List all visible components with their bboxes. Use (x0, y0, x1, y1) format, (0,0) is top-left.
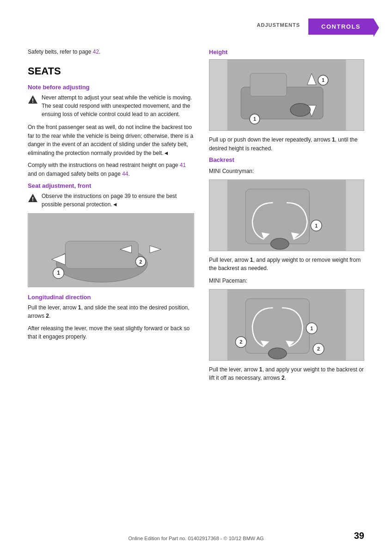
longitudinal-heading: Longitudinal direction (28, 294, 194, 301)
backrest-countryman-image: 1 (209, 179, 364, 251)
left-column: Safety belts, refer to page 42. SEATS No… (28, 49, 194, 386)
backrest-countryman-svg: 1 (209, 180, 364, 251)
page-container: ADJUSTMENTS CONTROLS Safety belts, refer… (0, 0, 392, 555)
seat-adj-warning-text: Observe the instructions on page 39 to e… (42, 192, 194, 209)
backrest-paceman-image: 1 2 2 (209, 289, 364, 361)
backrest-paceman-body: Pull the lever, arrow 1, and apply your … (209, 365, 364, 382)
warning-triangle-icon: ! (28, 94, 38, 105)
note-body1: On the front passenger seat as well, do … (28, 123, 194, 157)
seats-title: SEATS (28, 65, 194, 77)
page-44-link[interactable]: 44 (122, 171, 128, 177)
svg-point-30 (270, 238, 288, 249)
svg-text:2: 2 (317, 346, 320, 352)
tab-adjustments: ADJUSTMENTS (249, 18, 309, 35)
footer-text: Online Edition for Part no. 01402917368 … (128, 536, 263, 541)
height-body: Pull up or push down the lever repeatedl… (209, 136, 364, 153)
backrest-paceman-svg: 1 2 2 (209, 290, 364, 360)
header-tabs: ADJUSTMENTS CONTROLS (28, 18, 374, 35)
svg-point-23 (290, 104, 310, 117)
longitudinal-body1: Pull the lever, arrow 1, and slide the s… (28, 303, 194, 321)
longitudinal-body2: After releasing the lever, move the seat… (28, 324, 194, 341)
svg-text:!: ! (32, 98, 34, 104)
svg-text:2: 2 (239, 339, 242, 345)
note-warning-text: Never attempt to adjust your seat while … (42, 93, 194, 118)
note-warning-block: ! Never attempt to adjust your seat whil… (28, 93, 194, 118)
mini-countryman-label: MINI Countryman: (209, 167, 364, 176)
svg-rect-6 (65, 241, 138, 268)
svg-text:!: ! (32, 196, 34, 203)
height-image: 1 1 (209, 59, 364, 131)
svg-text:1: 1 (315, 222, 318, 228)
page-42-link[interactable]: 42 (93, 49, 99, 55)
svg-rect-32 (245, 298, 309, 353)
svg-text:1: 1 (253, 116, 256, 122)
seat-front-svg: 1 2 (28, 214, 194, 287)
svg-rect-16 (250, 74, 287, 96)
note-body2: Comply with the instructions on head res… (28, 161, 194, 178)
seat-adj-heading: Seat adjustment, front (28, 182, 194, 189)
svg-text:1: 1 (310, 325, 313, 331)
svg-text:1: 1 (322, 77, 325, 83)
svg-text:1: 1 (57, 270, 60, 276)
backrest-countryman-body: Pull lever, arrow 1, and apply weight to… (209, 256, 364, 273)
tab-controls: CONTROLS (308, 18, 374, 35)
note-heading: Note before adjusting (28, 84, 194, 91)
warning-triangle-icon-2: ! (28, 193, 38, 203)
backrest-heading: Backrest (209, 156, 364, 163)
svg-point-41 (269, 348, 287, 359)
right-column: Height 1 1 (209, 49, 364, 386)
content-layout: Safety belts, refer to page 42. SEATS No… (28, 49, 364, 386)
svg-text:2: 2 (139, 259, 142, 264)
seat-adj-warning-block: ! Observe the instructions on page 39 to… (28, 192, 194, 209)
page-41-link[interactable]: 41 (180, 162, 186, 168)
height-svg: 1 1 (209, 60, 364, 130)
safety-belts-line: Safety belts, refer to page 42. (28, 49, 194, 55)
seat-front-image: 1 2 (28, 213, 194, 287)
mini-paceman-label: MINI Paceman: (209, 277, 364, 285)
page-number: 39 (354, 530, 364, 541)
height-heading: Height (209, 49, 364, 56)
page-footer: Online Edition for Part no. 01402917368 … (0, 536, 392, 541)
